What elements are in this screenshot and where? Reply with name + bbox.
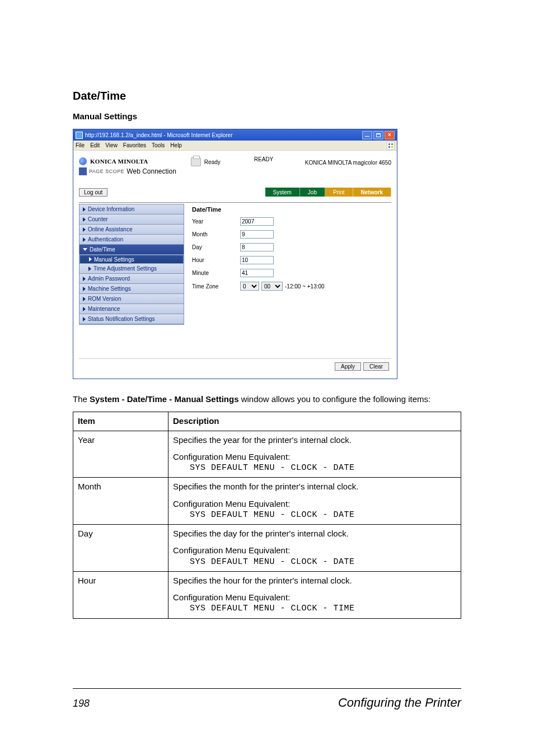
sidebar-label: Status Notification Settings — [88, 316, 155, 322]
label-year: Year — [192, 218, 240, 225]
label-day: Day — [192, 244, 240, 250]
conf-label: Configuration Menu Equivalent: — [173, 451, 456, 463]
main-tabs: System Job Print Network — [265, 188, 391, 197]
window-close-button[interactable]: × — [385, 131, 395, 139]
sidebar-label: Online Assistance — [88, 226, 133, 232]
screenshot-window: http://192.168.1.2/a_index.html - Micros… — [73, 129, 397, 379]
pagescope-icon — [79, 167, 87, 175]
desc-line: Specifies the hour for the printer's int… — [173, 575, 456, 586]
sidebar-item-device-information[interactable]: Device Information — [79, 204, 184, 214]
sidebar-item-machine-settings[interactable]: Machine Settings — [79, 284, 184, 294]
menu-file[interactable]: File — [76, 142, 85, 148]
svg-rect-0 — [388, 143, 390, 145]
tz-range-label: -12:00 ~ +13:00 — [285, 283, 325, 290]
conf-label: Configuration Menu Equivalent: — [173, 592, 456, 603]
heading-datetime: Date/Time — [73, 90, 461, 102]
sidebar-item-rom-version[interactable]: ROM Version — [79, 294, 184, 304]
input-month[interactable] — [240, 230, 274, 239]
status-ready-big: READY — [254, 156, 273, 162]
pagescope-small: PAGE SCOPE — [89, 169, 124, 174]
conf-label: Configuration Menu Equivalent: — [173, 545, 456, 556]
sidebar-label: ROM Version — [88, 296, 121, 302]
label-hour: Hour — [192, 257, 240, 263]
svg-rect-2 — [388, 146, 390, 148]
sidebar-item-manual-settings[interactable]: Manual Settings — [79, 255, 184, 264]
select-tz-hour[interactable]: 0 — [240, 282, 259, 291]
window-maximize-button[interactable] — [373, 131, 383, 139]
desc-bold: System - Date/Time - Manual Settings — [90, 394, 238, 404]
input-hour[interactable] — [240, 256, 274, 264]
tab-network[interactable]: Network — [353, 188, 391, 197]
conf-label: Configuration Menu Equivalent: — [173, 498, 456, 510]
cell-item-month: Month — [73, 478, 168, 525]
cell-item-day: Day — [73, 525, 168, 572]
desc-post: window allows you to configure the follo… — [238, 394, 430, 404]
cell-item-year: Year — [73, 431, 168, 478]
sidebar-label: Admin Password — [88, 276, 130, 282]
pagescope-title: Web Connection — [127, 167, 176, 175]
sidebar: Device Information Counter Online Assist… — [79, 204, 184, 325]
cell-desc-day: Specifies the day for the printer's inte… — [168, 525, 461, 572]
sidebar-label: Date/Time — [90, 246, 115, 253]
svg-rect-3 — [391, 146, 393, 148]
menu-tools[interactable]: Tools — [152, 142, 165, 148]
th-description: Description — [168, 412, 461, 431]
desc-line: Specifies the day for the printer's inte… — [173, 528, 456, 539]
th-item: Item — [73, 412, 168, 431]
desc-pre: The — [73, 394, 90, 404]
sidebar-item-counter[interactable]: Counter — [79, 214, 184, 225]
form-title: Date/Time — [192, 206, 391, 213]
footer-section: Configuring the Printer — [338, 696, 461, 710]
sidebar-item-datetime[interactable]: Date/Time — [79, 245, 184, 255]
menu-edit[interactable]: Edit — [90, 142, 100, 148]
conf-path: SYS DEFAULT MENU - CLOCK - DATE — [173, 557, 456, 568]
cell-desc-month: Specifies the month for the printer's in… — [168, 478, 461, 525]
sidebar-item-admin-password[interactable]: Admin Password — [79, 274, 184, 284]
ie-icon — [76, 132, 83, 139]
menu-view[interactable]: View — [105, 142, 118, 148]
printer-icon — [191, 157, 201, 166]
status-ready-label: Ready — [204, 159, 221, 165]
menu-favorites[interactable]: Favorites — [123, 142, 146, 148]
input-minute[interactable] — [240, 269, 274, 277]
description-paragraph: The System - Date/Time - Manual Settings… — [73, 394, 461, 405]
tab-print[interactable]: Print — [325, 188, 353, 197]
tab-system[interactable]: System — [265, 188, 300, 197]
menu-help[interactable]: Help — [170, 142, 182, 148]
input-year[interactable] — [240, 217, 274, 226]
printer-model: KONICA MINOLTA magicolor 4650 — [305, 157, 391, 166]
sidebar-item-authentication[interactable]: Authentication — [79, 235, 184, 245]
sidebar-label: Machine Settings — [88, 286, 131, 292]
footer-rule — [73, 688, 461, 689]
cell-desc-hour: Specifies the hour for the printer's int… — [168, 571, 461, 618]
label-timezone: Time Zone — [192, 283, 240, 290]
sidebar-item-maintenance[interactable]: Maintenance — [79, 304, 184, 314]
clear-button[interactable]: Clear — [363, 362, 389, 371]
cell-item-hour: Hour — [73, 571, 168, 618]
sidebar-label: Device Information — [88, 206, 134, 212]
browser-menubar: File Edit View Favorites Tools Help — [73, 141, 397, 151]
page-number: 198 — [73, 698, 90, 710]
sidebar-item-status-notification[interactable]: Status Notification Settings — [79, 314, 184, 324]
conf-path: SYS DEFAULT MENU - CLOCK - TIME — [173, 603, 456, 614]
sidebar-label: Counter — [88, 216, 108, 222]
window-titlebar: http://192.168.1.2/a_index.html - Micros… — [73, 129, 397, 141]
select-tz-minute[interactable]: 00 — [261, 282, 283, 291]
window-title: http://192.168.1.2/a_index.html - Micros… — [85, 132, 362, 138]
apply-button[interactable]: Apply — [335, 362, 361, 371]
logout-button[interactable]: Log out — [79, 188, 107, 197]
tab-job[interactable]: Job — [300, 188, 325, 197]
sidebar-label: Manual Settings — [94, 256, 134, 263]
sidebar-item-online-assistance[interactable]: Online Assistance — [79, 225, 184, 235]
conf-path: SYS DEFAULT MENU - CLOCK - DATE — [173, 463, 456, 474]
svg-rect-1 — [391, 143, 393, 145]
heading-manual-settings: Manual Settings — [73, 111, 461, 121]
window-minimize-button[interactable] — [362, 131, 372, 139]
cell-desc-year: Specifies the year for the printer's int… — [168, 431, 461, 478]
sidebar-item-time-adjustment[interactable]: Time Adjustment Settings — [79, 264, 184, 274]
input-day[interactable] — [240, 243, 274, 251]
settings-table: Item Description Year Specifies the year… — [73, 412, 461, 618]
label-month: Month — [192, 231, 240, 237]
desc-line: Specifies the year for the printer's int… — [173, 435, 456, 446]
desc-line: Specifies the month for the printer's in… — [173, 481, 456, 492]
